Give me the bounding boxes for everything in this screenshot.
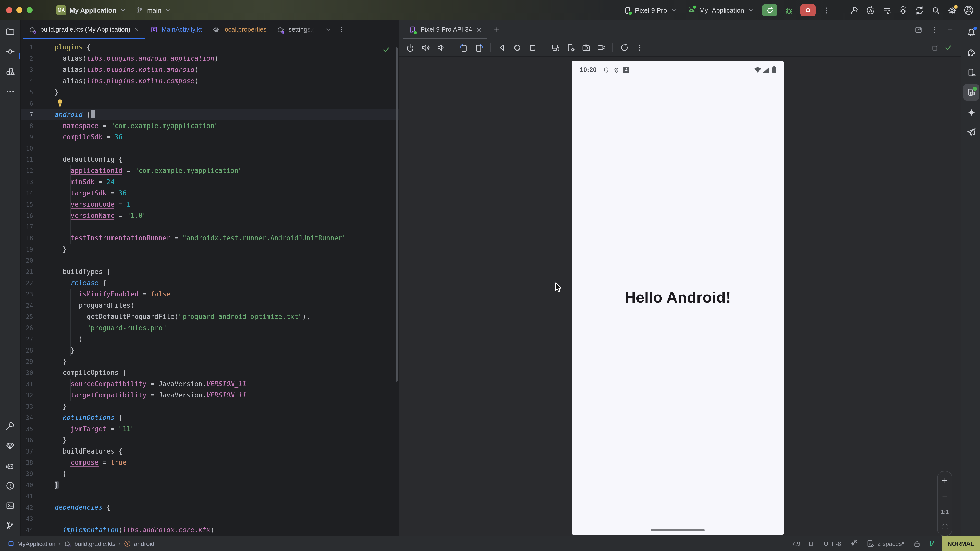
snapshot-reset-button[interactable] <box>617 41 631 54</box>
ai-assistant-off-widget[interactable] <box>850 539 858 548</box>
rotate-left-button[interactable] <box>457 41 470 54</box>
code-line-13[interactable]: 13 minSdk = 24 <box>21 176 399 188</box>
back-button[interactable] <box>495 41 508 54</box>
minimize-button[interactable] <box>16 7 22 13</box>
device-settings-button[interactable] <box>564 41 577 54</box>
build-hammer-icon[interactable] <box>850 5 859 15</box>
sidebar-item-resource-manager[interactable] <box>2 63 18 79</box>
vcs-branch-widget[interactable]: main <box>136 6 172 14</box>
run-configuration-selector[interactable]: My_Application <box>687 6 754 15</box>
code-line-19[interactable]: 19 } <box>21 244 399 255</box>
code-line-7[interactable]: 7android { <box>21 109 399 121</box>
zoom-in-button[interactable] <box>941 476 949 485</box>
code-line-3[interactable]: 3 alias(libs.plugins.kotlin.android) <box>21 64 399 76</box>
code-line-30[interactable]: 30 compileOptions { <box>21 367 399 379</box>
rerun-button[interactable] <box>762 4 777 16</box>
code-line-35[interactable]: 35 jvmTarget = "11" <box>21 424 399 435</box>
code-line-20[interactable]: 20 <box>21 255 399 266</box>
tab-local-properties[interactable]: local.properties <box>207 21 272 39</box>
sidebar-item-gem[interactable] <box>2 438 18 454</box>
volume-up-button[interactable] <box>418 41 432 54</box>
code-line-2[interactable]: 2 alias(libs.plugins.android.application… <box>21 53 399 64</box>
sidebar-item-version-control[interactable] <box>2 517 18 534</box>
open-in-new-window-icon[interactable] <box>914 25 923 34</box>
code-line-1[interactable]: 1plugins { <box>21 42 399 53</box>
attach-debugger-icon[interactable] <box>898 5 908 15</box>
profile-avatar-icon[interactable] <box>964 5 974 15</box>
chevron-down-icon[interactable] <box>324 25 332 34</box>
code-line-23[interactable]: 23 isMinifyEnabled = false <box>21 289 399 300</box>
code-line-15[interactable]: 15 versionCode = 1 <box>21 199 399 210</box>
code-line-28[interactable]: 28 } <box>21 345 399 356</box>
code-line-10[interactable]: 10 <box>21 143 399 154</box>
apply-changes-icon[interactable] <box>865 5 875 15</box>
sidebar-item-commit[interactable] <box>2 43 18 60</box>
screen-record-button[interactable] <box>595 41 608 54</box>
line-separator-widget[interactable]: LF <box>808 540 816 547</box>
profiler-icon[interactable] <box>882 5 892 15</box>
sidebar-item-device-manager[interactable] <box>963 64 980 81</box>
code-line-36[interactable]: 36 } <box>21 435 399 446</box>
sidebar-item-logcat[interactable] <box>2 457 18 474</box>
breadcrumb-module[interactable]: MyApplication <box>7 540 56 548</box>
sidebar-item-more[interactable] <box>2 83 18 100</box>
code-line-21[interactable]: 21 buildTypes { <box>21 266 399 278</box>
code-line-8[interactable]: 8 namespace = "com.example.myapplication… <box>21 121 399 132</box>
more-vertical-icon[interactable] <box>930 25 939 34</box>
vim-widget[interactable]: V <box>929 540 934 548</box>
close-button[interactable] <box>6 7 12 13</box>
code-line-29[interactable]: 29 } <box>21 356 399 367</box>
tab-pixel-9-pro-api-34[interactable]: Pixel 9 Pro API 34 <box>403 21 487 39</box>
inspections-ok-icon[interactable] <box>382 45 390 54</box>
new-device-tab-button[interactable] <box>493 25 501 34</box>
volume-down-button[interactable] <box>434 41 447 54</box>
code-line-37[interactable]: 37 buildFeatures { <box>21 446 399 457</box>
sidebar-item-gradle[interactable] <box>963 44 980 61</box>
code-line-39[interactable]: 39 } <box>21 468 399 480</box>
zoom-out-button[interactable] <box>941 492 949 501</box>
layers-icon[interactable] <box>931 43 940 52</box>
code-line-25[interactable]: 25 getDefaultProguardFile("proguard-andr… <box>21 311 399 322</box>
code-line-14[interactable]: 14 targetSdk = 36 <box>21 188 399 199</box>
code-line-33[interactable]: 33 } <box>21 401 399 412</box>
breadcrumb-block[interactable]: android <box>124 540 154 548</box>
code-line-44[interactable]: 44 implementation(libs.androidx.core.ktx… <box>21 524 399 536</box>
zoom-actual-size-button[interactable]: 1:1 <box>941 509 948 515</box>
code-line-34[interactable]: 34 kotlinOptions { <box>21 412 399 424</box>
vim-mode-badge[interactable]: NORMAL <box>942 536 980 551</box>
tab-build-gradle-kts[interactable]: build.gradle.kts (My Application) <box>24 21 145 39</box>
code-line-27[interactable]: 27 ) <box>21 333 399 345</box>
debug-button[interactable] <box>784 5 794 15</box>
overview-button[interactable] <box>526 41 539 54</box>
home-button[interactable] <box>511 41 524 54</box>
sidebar-item-problems[interactable] <box>2 478 18 494</box>
project-widget[interactable]: MA My Application <box>56 5 127 15</box>
more-vertical-icon[interactable] <box>337 25 345 34</box>
hardware-input-button[interactable] <box>549 41 562 54</box>
code-line-38[interactable]: 38 compose = true <box>21 457 399 468</box>
code-editor[interactable]: 1plugins {2 alias(libs.plugins.android.a… <box>21 39 399 536</box>
code-line-24[interactable]: 24 proguardFiles( <box>21 300 399 311</box>
close-icon[interactable] <box>476 26 482 33</box>
breadcrumb-file[interactable]: build.gradle.kts <box>64 540 115 548</box>
search-everywhere-icon[interactable] <box>931 5 941 15</box>
sidebar-item-plane[interactable] <box>963 124 980 140</box>
zoom-button[interactable] <box>27 7 33 13</box>
more-vertical-icon[interactable] <box>633 41 646 54</box>
sidebar-item-terminal[interactable] <box>2 497 18 514</box>
code-line-42[interactable]: 42dependencies { <box>21 502 399 513</box>
sidebar-item-gemini[interactable] <box>963 104 980 121</box>
device-selector[interactable]: Pixel 9 Pro <box>623 6 677 14</box>
close-icon[interactable] <box>134 26 140 33</box>
intention-bulb-icon[interactable] <box>57 99 63 111</box>
emulator-screen[interactable]: 10:20 A Hello Android! <box>572 61 784 535</box>
hide-panel-icon[interactable] <box>946 25 955 34</box>
code-line-43[interactable]: 43 <box>21 513 399 524</box>
fit-to-window-button[interactable] <box>941 523 948 530</box>
code-line-40[interactable]: 40} <box>21 480 399 491</box>
code-line-26[interactable]: 26 "proguard-rules.pro" <box>21 322 399 333</box>
power-button[interactable] <box>403 41 417 54</box>
code-line-31[interactable]: 31 sourceCompatibility = JavaVersion.VER… <box>21 379 399 390</box>
tab-settings-gradle[interactable]: settings.g <box>272 21 321 39</box>
encoding-widget[interactable]: UTF-8 <box>824 540 841 547</box>
